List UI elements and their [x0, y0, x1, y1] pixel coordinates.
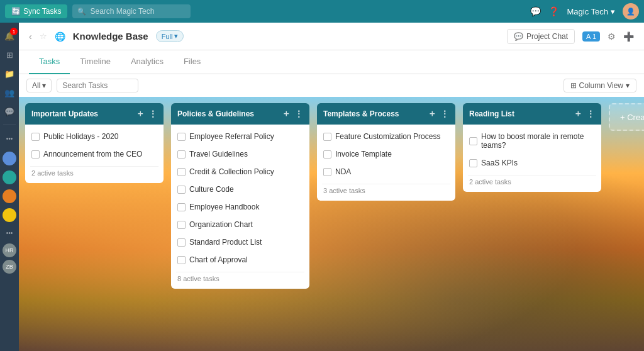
- sidebar-avatar-1[interactable]: [3, 152, 16, 165]
- column-title-important-updates: Important Updates: [31, 109, 132, 118]
- settings-icon[interactable]: ⚙: [608, 31, 616, 42]
- active-count-3: 2 active tasks: [468, 175, 596, 187]
- sidebar: 🔔 ⊞ 📁 👥 💬 ••• ••• HR ZB: [0, 23, 19, 351]
- top-nav: 🔄 Sync Tasks 🔍 💬 ❓ Magic Tech ▾ 👤: [0, 0, 644, 23]
- sidebar-avatar-3[interactable]: [3, 189, 16, 203]
- user-avatar[interactable]: 👤: [623, 3, 639, 20]
- column-templates-process: Templates & Process ＋ ⋮ Feature Customiz…: [317, 103, 455, 201]
- add-task-icon-2[interactable]: ＋: [428, 108, 436, 120]
- column-reading-list: Reading List ＋ ⋮ How to boost morale in …: [463, 103, 601, 192]
- active-count-1: 8 active tasks: [176, 272, 304, 284]
- board-area: Important Updates ＋ ⋮ Public Holidays - …: [19, 97, 644, 351]
- task-checkbox[interactable]: [177, 238, 186, 247]
- board-columns: Important Updates ＋ ⋮ Public Holidays - …: [19, 97, 644, 351]
- task-item[interactable]: SaaS KPIs: [468, 156, 596, 170]
- task-item[interactable]: Feature Customization Process: [322, 130, 450, 143]
- sidebar-chat[interactable]: 💬: [1, 103, 18, 120]
- main-content: ‹ ☆ 🌐 Knowledge Base Full ▾ 💬 Project Ch…: [19, 23, 644, 351]
- column-header-templates-process: Templates & Process ＋ ⋮: [317, 103, 455, 125]
- column-policies-guidelines: Policies & Guidelines ＋ ⋮ Employee Refer…: [171, 103, 309, 289]
- add-task-icon-3[interactable]: ＋: [574, 108, 582, 120]
- org-name[interactable]: Magic Tech ▾: [567, 7, 615, 16]
- layout: 🔔 ⊞ 📁 👥 💬 ••• ••• HR ZB ‹ ☆ 🌐 Knowledge …: [0, 23, 644, 351]
- sidebar-dots-1[interactable]: •••: [1, 130, 18, 147]
- sidebar-notifications[interactable]: 🔔: [1, 28, 18, 44]
- column-menu-icon-3[interactable]: ⋮: [586, 109, 595, 119]
- task-checkbox[interactable]: [177, 150, 186, 159]
- task-checkbox[interactable]: [323, 133, 331, 141]
- column-menu-icon-1[interactable]: ⋮: [294, 109, 303, 119]
- view-chevron-icon: ▾: [626, 81, 630, 90]
- task-checkbox[interactable]: [177, 168, 186, 176]
- task-checkbox[interactable]: [323, 150, 331, 159]
- task-checkbox[interactable]: [177, 133, 186, 141]
- task-checkbox[interactable]: [31, 133, 40, 141]
- column-title-templates-process: Templates & Process: [323, 109, 424, 118]
- sidebar-avatar-4[interactable]: [3, 208, 16, 222]
- column-view-button[interactable]: ⊞ Column View ▾: [564, 79, 636, 92]
- project-title: Knowledge Base: [73, 31, 148, 42]
- tasks-toolbar: All ▾ ⊞ Column View ▾: [19, 74, 644, 97]
- task-checkbox[interactable]: [31, 150, 40, 159]
- task-checkbox[interactable]: [469, 159, 477, 167]
- back-button[interactable]: ‹: [29, 31, 32, 42]
- sync-button[interactable]: 🔄 Sync Tasks: [5, 4, 67, 18]
- column-title-reading-list: Reading List: [469, 109, 570, 118]
- task-checkbox[interactable]: [323, 168, 331, 176]
- column-header-reading-list: Reading List ＋ ⋮: [463, 103, 601, 125]
- sidebar-zb-badge[interactable]: ZB: [3, 260, 16, 274]
- sidebar-avatar-2[interactable]: [3, 170, 16, 184]
- favorite-button[interactable]: ☆: [40, 31, 47, 41]
- task-item[interactable]: Credit & Collection Policy: [176, 165, 304, 179]
- task-item[interactable]: Employee Referral Policy: [176, 130, 304, 143]
- task-checkbox[interactable]: [469, 137, 477, 145]
- column-menu-icon-0[interactable]: ⋮: [148, 109, 157, 119]
- task-item[interactable]: Organization Chart: [176, 218, 304, 231]
- task-item[interactable]: NDA: [322, 165, 450, 179]
- search-icon: 🔍: [77, 8, 86, 16]
- sidebar-files[interactable]: 📁: [1, 65, 18, 82]
- sidebar-divider: [3, 125, 16, 125]
- create-column-button[interactable]: + Create a new ta: [609, 103, 644, 131]
- task-item[interactable]: Invoice Template: [322, 147, 450, 161]
- task-item[interactable]: Public Holidays - 2020: [30, 130, 158, 143]
- sidebar-hr-badge[interactable]: HR: [3, 243, 16, 257]
- sync-icon: 🔄: [11, 7, 21, 16]
- task-item[interactable]: Travel Guidelines: [176, 147, 304, 161]
- task-item[interactable]: Announcement from the CEO: [30, 147, 158, 161]
- search-tasks-input[interactable]: [57, 79, 138, 92]
- tab-files[interactable]: Files: [174, 50, 211, 74]
- task-item[interactable]: Standard Product List: [176, 235, 304, 249]
- help-icon[interactable]: ❓: [548, 6, 559, 16]
- column-header-important-updates: Important Updates ＋ ⋮: [25, 103, 164, 125]
- task-item[interactable]: Culture Code: [176, 182, 304, 196]
- avatar-count[interactable]: A 1: [582, 31, 600, 42]
- add-task-icon-1[interactable]: ＋: [282, 108, 291, 120]
- column-body-reading-list: How to boost morale in remote teams? Saa…: [463, 125, 601, 192]
- task-item[interactable]: Chart of Approval: [176, 253, 304, 267]
- project-icon: 🌐: [55, 31, 65, 42]
- column-menu-icon-2[interactable]: ⋮: [440, 109, 449, 119]
- task-checkbox[interactable]: [177, 186, 186, 194]
- tab-analytics[interactable]: Analytics: [121, 50, 174, 74]
- add-task-icon-0[interactable]: ＋: [136, 108, 145, 120]
- sidebar-home[interactable]: ⊞: [1, 47, 18, 63]
- tab-tasks[interactable]: Tasks: [29, 50, 70, 74]
- sidebar-team[interactable]: 👥: [1, 84, 18, 101]
- chevron-icon: ▾: [174, 32, 178, 40]
- sidebar-dots-2[interactable]: •••: [1, 225, 18, 241]
- project-chat-button[interactable]: 💬 Project Chat: [507, 29, 575, 44]
- global-search-input[interactable]: [72, 4, 191, 18]
- search-wrapper: 🔍: [72, 4, 274, 18]
- task-checkbox[interactable]: [177, 256, 186, 264]
- add-member-icon[interactable]: ➕: [623, 31, 634, 42]
- task-checkbox[interactable]: [177, 221, 186, 229]
- task-checkbox[interactable]: [177, 203, 186, 211]
- task-item[interactable]: Employee Handbook: [176, 200, 304, 214]
- chat-nav-icon[interactable]: 💬: [530, 6, 541, 16]
- active-count-2: 3 active tasks: [322, 184, 450, 196]
- full-badge[interactable]: Full ▾: [156, 30, 184, 42]
- task-item[interactable]: How to boost morale in remote teams?: [468, 130, 596, 152]
- filter-all-button[interactable]: All ▾: [26, 79, 52, 92]
- tab-timeline[interactable]: Timeline: [70, 50, 121, 74]
